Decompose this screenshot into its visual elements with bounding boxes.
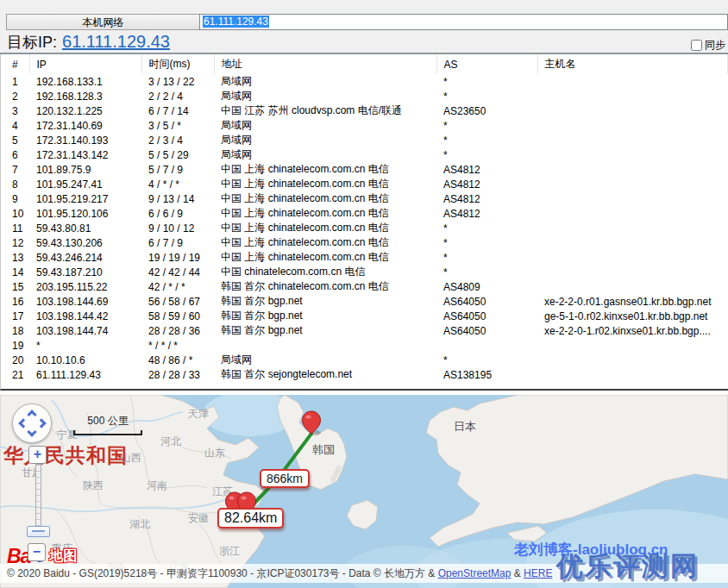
table-cell: 48 / 86 / * (141, 353, 214, 367)
table-cell: 中国 上海 chinatelecom.com.cn 电信 (214, 235, 436, 250)
table-row[interactable]: 1259.43.130.2066 / 7 / 9中国 上海 chinatelec… (1, 235, 728, 250)
table-cell (436, 338, 537, 353)
table-row[interactable]: 16103.198.144.6956 / 58 / 67韩国 首尔 bgp.ne… (1, 294, 728, 309)
table-cell: 101.95.247.41 (29, 177, 141, 191)
table-header-cell[interactable]: AS (436, 54, 537, 74)
map-province-label: 河北 (160, 435, 181, 449)
table-cell: 9 / 13 / 14 (141, 191, 214, 206)
table-cell: 中国 上海 chinatelecom.com.cn 电信 (214, 177, 436, 191)
target-ip-link[interactable]: 61.111.129.43 (62, 32, 170, 52)
table-cell: 14 (1, 265, 29, 279)
table-cell (537, 133, 728, 147)
table-cell: 10 (1, 206, 29, 221)
table-cell: 192.168.128.3 (29, 89, 141, 103)
pan-up-icon[interactable] (27, 410, 36, 419)
table-header-cell[interactable]: 地址 (214, 54, 436, 74)
table-cell: 59.43.130.206 (29, 235, 141, 250)
target-ip-label: 目标IP: (7, 32, 57, 53)
table-row[interactable]: 2192.168.128.32 / 2 / 4局域网* (1, 89, 728, 103)
table-row[interactable]: 4172.31.140.693 / 5 / *局域网* (1, 118, 728, 133)
table-cell (537, 177, 728, 191)
copyright-amp: & (511, 567, 524, 579)
table-cell (537, 191, 728, 206)
table-cell: xe-2-2-0-1.r02.kinxse01.kr.bb.bgp.... (537, 323, 728, 338)
table-row[interactable]: 1159.43.80.819 / 10 / 12中国 上海 chinatelec… (1, 221, 728, 235)
distance-label: 866km (260, 469, 310, 488)
table-cell: 9 (1, 191, 29, 206)
pan-down-icon[interactable] (27, 427, 36, 436)
map-country-label: 韩国 (312, 442, 335, 458)
table-cell: 局域网 (214, 118, 436, 133)
table-row[interactable]: 6172.31.143.1425 / 5 / 29局域网* (1, 147, 728, 162)
trace-table-body: 1192.168.133.13 / 13 / 22局域网*2192.168.12… (1, 74, 728, 382)
map-pin[interactable] (300, 410, 323, 435)
local-network-button[interactable]: 本机网络 (6, 14, 200, 30)
pan-left-icon[interactable] (18, 418, 28, 428)
table-row[interactable]: 19** / * / * (1, 338, 728, 353)
table-cell: 2 (1, 89, 29, 103)
table-header-cell[interactable]: # (1, 54, 29, 74)
table-row[interactable]: 10101.95.120.1066 / 6 / 9中国 上海 chinatele… (1, 206, 728, 221)
table-row[interactable]: 1192.168.133.13 / 13 / 22局域网* (1, 74, 728, 89)
trace-table: #IP时间(ms)地址AS主机名 1192.168.133.13 / 13 / … (0, 54, 728, 391)
table-cell: * (436, 265, 537, 279)
table-row[interactable]: 15203.195.115.2242 / * / *韩国 首尔 chinatel… (1, 279, 728, 294)
table-header-cell[interactable]: IP (29, 54, 141, 74)
pan-right-icon[interactable] (36, 418, 46, 428)
zoom-in-button[interactable]: + (28, 446, 47, 464)
table-cell: 59.43.80.81 (29, 221, 141, 235)
table-cell: 59.43.187.210 (29, 265, 141, 279)
table-cell: 12 (1, 235, 29, 250)
table-row[interactable]: 18103.198.144.7428 / 28 / 36韩国 首尔 bgp.ne… (1, 323, 728, 338)
map-scale: 500 公里 (73, 414, 142, 435)
table-cell: AS64050 (436, 294, 537, 309)
table-cell: 11 (1, 221, 29, 235)
table-cell: 韩国 首尔 bgp.net (214, 309, 436, 323)
table-cell: 局域网 (214, 147, 436, 162)
table-row[interactable]: 8101.95.247.414 / * / *中国 上海 chinateleco… (1, 177, 728, 191)
table-row[interactable]: 7101.89.75.95 / 7 / 9中国 上海 chinatelecom.… (1, 162, 728, 177)
table-cell (537, 235, 728, 250)
table-cell: 中国 上海 chinatelecom.com.cn 电信 (214, 162, 436, 177)
table-row[interactable]: 1359.43.246.21419 / 19 / 19中国 上海 chinate… (1, 250, 728, 265)
table-header-cell[interactable]: 时间(ms) (141, 54, 214, 74)
table-header-cell[interactable]: 主机名 (537, 54, 728, 74)
table-row[interactable]: 5172.31.140.1932 / 3 / 4局域网* (1, 133, 728, 147)
table-row[interactable]: 2010.10.10.648 / 86 / *局域网* (1, 353, 728, 367)
zoom-out-button[interactable]: − (28, 543, 46, 561)
ip-input[interactable]: 61.111.129.43 (199, 14, 728, 30)
table-cell: 2 / 3 / 4 (141, 133, 214, 147)
table-cell: * (29, 338, 141, 353)
table-row[interactable]: 17103.198.144.4258 / 59 / 60韩国 首尔 bgp.ne… (1, 309, 728, 323)
here-link[interactable]: HERE (524, 567, 552, 579)
table-row[interactable]: 9101.95.219.2179 / 13 / 14中国 上海 chinatel… (1, 191, 728, 206)
sync-checkbox[interactable] (691, 40, 702, 51)
table-cell: 韩国 首尔 sejongtelecom.net (214, 367, 436, 382)
map-province-label: 河南 (147, 479, 167, 493)
map-province-label: 山东 (204, 446, 225, 460)
table-row[interactable]: 1459.43.187.21042 / 42 / 44中国 chinatelec… (1, 265, 728, 279)
table-cell: 120.132.1.225 (29, 103, 141, 118)
zoom-slider-handle[interactable] (27, 526, 50, 537)
zoom-slider-track[interactable] (35, 464, 41, 528)
table-cell: 56 / 58 / 67 (141, 294, 214, 309)
table-cell: 局域网 (214, 133, 436, 147)
table-row[interactable]: 2161.111.129.4328 / 28 / 33韩国 首尔 sejongt… (1, 367, 728, 382)
table-cell: xe-2-2-0.r01.gasnse01.kr.bb.bgp.net (537, 294, 728, 309)
map-pan-control[interactable] (12, 403, 52, 443)
table-cell: AS4812 (436, 177, 537, 191)
table-cell: * (436, 147, 537, 162)
table-row[interactable]: 3120.132.1.2256 / 7 / 14中国 江苏 苏州 cloudvs… (1, 103, 728, 118)
table-cell: 203.195.115.22 (29, 279, 141, 294)
table-cell: 172.31.140.69 (29, 118, 141, 133)
openstreetmap-link[interactable]: OpenStreetMap (438, 567, 511, 579)
table-cell: 6 / 6 / 9 (141, 206, 214, 221)
table-header-row: #IP时间(ms)地址AS主机名 (1, 54, 728, 74)
table-cell (537, 162, 728, 177)
copyright-text: © 2020 Baidu - GS(2019)5218号 - 甲测资字11009… (7, 567, 438, 579)
map[interactable]: 华人民共和国 500 公里 + − Ba (0, 395, 728, 588)
table-cell: 中国 江苏 苏州 cloudvsp.com 电信/联通 (214, 103, 436, 118)
table-cell: 中国 上海 chinatelecom.com.cn 电信 (214, 221, 436, 235)
table-cell: * (436, 118, 537, 133)
table-cell: 中国 上海 chinatelecom.com.cn 电信 (214, 191, 436, 206)
